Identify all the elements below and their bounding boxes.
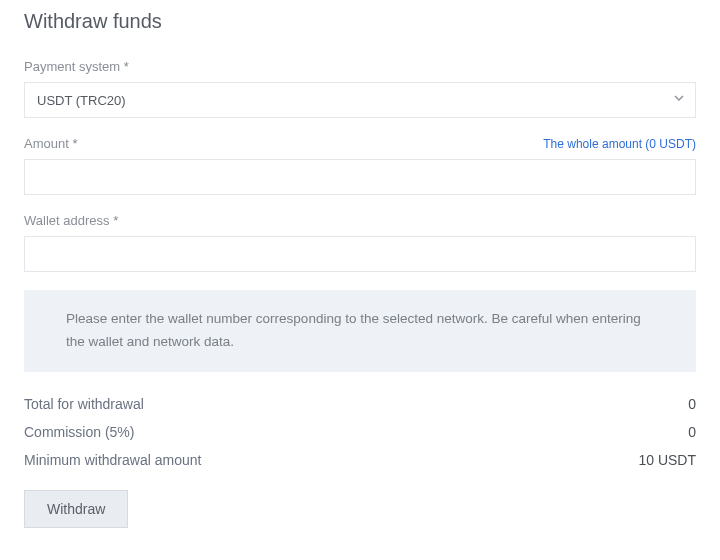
wallet-group: Wallet address * — [24, 213, 696, 272]
summary-label: Minimum withdrawal amount — [24, 452, 201, 468]
page-title: Withdraw funds — [24, 10, 696, 33]
label-text: Amount — [24, 136, 69, 151]
summary-minimum: Minimum withdrawal amount 10 USDT — [24, 452, 696, 468]
required-star: * — [72, 136, 77, 151]
network-notice: Please enter the wallet number correspon… — [24, 290, 696, 372]
label-text: Payment system — [24, 59, 120, 74]
withdraw-button[interactable]: Withdraw — [24, 490, 128, 528]
label-text: Wallet address — [24, 213, 110, 228]
payment-system-select[interactable]: USDT (TRC20) — [24, 82, 696, 118]
summary-value: 0 — [688, 424, 696, 440]
wallet-label: Wallet address * — [24, 213, 696, 228]
summary-label: Commission (5%) — [24, 424, 134, 440]
summary-total: Total for withdrawal 0 — [24, 396, 696, 412]
required-star: * — [113, 213, 118, 228]
required-star: * — [124, 59, 129, 74]
summary-label: Total for withdrawal — [24, 396, 144, 412]
amount-input[interactable] — [24, 159, 696, 195]
summary-value: 0 — [688, 396, 696, 412]
amount-group: Amount * The whole amount (0 USDT) — [24, 136, 696, 195]
amount-label: Amount * — [24, 136, 78, 151]
whole-amount-link[interactable]: The whole amount (0 USDT) — [543, 137, 696, 151]
wallet-input[interactable] — [24, 236, 696, 272]
summary-commission: Commission (5%) 0 — [24, 424, 696, 440]
payment-system-label: Payment system * — [24, 59, 696, 74]
summary-value: 10 USDT — [638, 452, 696, 468]
payment-system-group: Payment system * USDT (TRC20) — [24, 59, 696, 118]
